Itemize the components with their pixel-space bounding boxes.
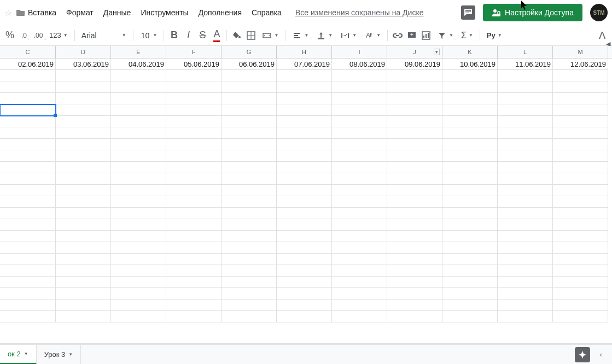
cell[interactable]: 04.06.2019 — [111, 58, 166, 70]
cell[interactable] — [332, 81, 387, 93]
cell[interactable] — [56, 185, 111, 196]
cell[interactable] — [222, 185, 277, 196]
cell[interactable] — [553, 116, 608, 127]
cell[interactable] — [111, 162, 166, 173]
cell[interactable] — [111, 311, 166, 322]
cell[interactable] — [332, 231, 387, 242]
avatar[interactable]: STM — [590, 4, 608, 21]
cell[interactable] — [442, 139, 498, 150]
cell[interactable] — [56, 277, 111, 288]
cell[interactable] — [166, 127, 222, 139]
cell[interactable] — [553, 173, 608, 185]
cell[interactable] — [0, 127, 56, 139]
cell[interactable] — [111, 127, 166, 139]
cell[interactable] — [277, 70, 332, 81]
cell[interactable] — [111, 81, 166, 93]
font-family-select[interactable]: Arial▼ — [78, 28, 130, 43]
cell[interactable] — [111, 116, 166, 127]
cell[interactable] — [0, 196, 56, 208]
cell[interactable] — [442, 162, 498, 173]
cell[interactable] — [222, 277, 277, 288]
text-color-button[interactable]: A — [210, 28, 223, 43]
cell[interactable] — [0, 139, 56, 150]
explore-button[interactable] — [575, 347, 590, 362]
column-header-I[interactable]: I — [332, 46, 387, 58]
cell[interactable] — [387, 242, 442, 254]
cell[interactable] — [0, 208, 56, 219]
sheet-tab-1[interactable]: ок 2 ▼ — [0, 345, 37, 365]
cell[interactable] — [222, 311, 277, 322]
menu-help[interactable]: Справка — [247, 5, 287, 20]
cell[interactable] — [222, 81, 277, 93]
cell[interactable] — [56, 173, 111, 185]
increase-decimal[interactable]: .00→ — [32, 28, 45, 43]
font-size-select[interactable]: 10▼ — [137, 28, 161, 43]
cell[interactable] — [111, 208, 166, 219]
rotate-button[interactable]: A▼ — [361, 28, 384, 43]
cell[interactable] — [222, 116, 277, 127]
cell[interactable] — [166, 116, 222, 127]
cell[interactable] — [0, 288, 56, 300]
format-percent[interactable]: % — [3, 28, 16, 43]
cell[interactable] — [111, 219, 166, 231]
cell[interactable] — [56, 127, 111, 139]
cell[interactable] — [277, 288, 332, 300]
cell[interactable] — [442, 127, 498, 139]
cell[interactable] — [0, 185, 56, 196]
cell[interactable] — [222, 173, 277, 185]
cell[interactable] — [332, 288, 387, 300]
cell[interactable] — [387, 196, 442, 208]
cell[interactable] — [442, 277, 498, 288]
cell[interactable] — [332, 116, 387, 127]
chevron-down-icon[interactable]: ▼ — [24, 351, 28, 356]
cell[interactable] — [222, 196, 277, 208]
cell[interactable] — [222, 231, 277, 242]
cell[interactable] — [277, 265, 332, 277]
cell[interactable] — [56, 265, 111, 277]
valign-button[interactable]: ▼ — [313, 28, 336, 43]
cell[interactable] — [111, 277, 166, 288]
cell[interactable] — [442, 265, 498, 277]
cell[interactable] — [442, 93, 498, 104]
cell[interactable] — [387, 93, 442, 104]
collapse-panel-button[interactable]: ‹ — [594, 348, 608, 361]
cell[interactable]: 05.06.2019 — [166, 58, 222, 70]
cell[interactable] — [166, 208, 222, 219]
fill-color-button[interactable] — [230, 28, 243, 43]
cell[interactable] — [332, 196, 387, 208]
cell[interactable] — [553, 70, 608, 81]
cell[interactable] — [332, 219, 387, 231]
sheet-tab-2[interactable]: Урок 3 ▼ — [37, 345, 81, 365]
cell[interactable] — [277, 254, 332, 265]
cell[interactable] — [166, 300, 222, 311]
cell[interactable] — [56, 208, 111, 219]
cell[interactable] — [56, 139, 111, 150]
cell[interactable] — [222, 104, 277, 116]
cell[interactable] — [0, 231, 56, 242]
cell[interactable] — [222, 254, 277, 265]
cell[interactable] — [0, 150, 56, 162]
cell[interactable] — [332, 150, 387, 162]
cell[interactable] — [553, 150, 608, 162]
cell[interactable] — [277, 277, 332, 288]
cell[interactable] — [387, 81, 442, 93]
cell[interactable] — [111, 242, 166, 254]
script-button[interactable]: Py▼ — [483, 28, 505, 43]
cell[interactable] — [387, 208, 442, 219]
cell[interactable] — [387, 231, 442, 242]
cell[interactable] — [56, 162, 111, 173]
cell[interactable] — [277, 173, 332, 185]
cell[interactable] — [332, 104, 387, 116]
cell[interactable] — [222, 150, 277, 162]
cell[interactable] — [56, 196, 111, 208]
cell[interactable] — [277, 104, 332, 116]
cell[interactable] — [166, 277, 222, 288]
cell[interactable] — [498, 196, 553, 208]
cell[interactable] — [166, 231, 222, 242]
italic-button[interactable]: I — [182, 28, 195, 43]
cell[interactable] — [553, 254, 608, 265]
cell[interactable] — [111, 300, 166, 311]
spreadsheet-grid[interactable]: CDEFGHIJKLM 02.06.201903.06.201904.06.20… — [0, 46, 612, 352]
cell[interactable] — [553, 104, 608, 116]
cell[interactable] — [56, 116, 111, 127]
